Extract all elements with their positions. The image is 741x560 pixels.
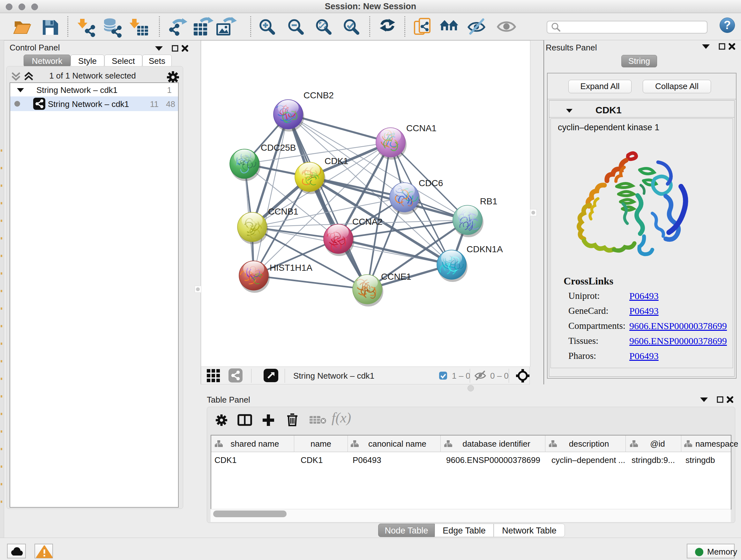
svg-text:CCNE1: CCNE1 (381, 272, 411, 282)
svg-text:CDC6: CDC6 (419, 178, 443, 188)
svg-text:?: ? (724, 18, 731, 32)
svg-text:CDKN1A: CDKN1A (467, 244, 503, 254)
svg-text:CCNB1: CCNB1 (268, 206, 298, 216)
svg-text:HIST1H1A: HIST1H1A (270, 263, 313, 273)
svg-text:CDK1: CDK1 (325, 156, 348, 166)
svg-text:CCNA1: CCNA1 (406, 123, 436, 133)
svg-text:CCNA2: CCNA2 (352, 217, 383, 227)
svg-text:RB1: RB1 (480, 196, 497, 206)
svg-text:CCNB2: CCNB2 (304, 90, 334, 100)
svg-text:CDC25B: CDC25B (261, 143, 296, 152)
